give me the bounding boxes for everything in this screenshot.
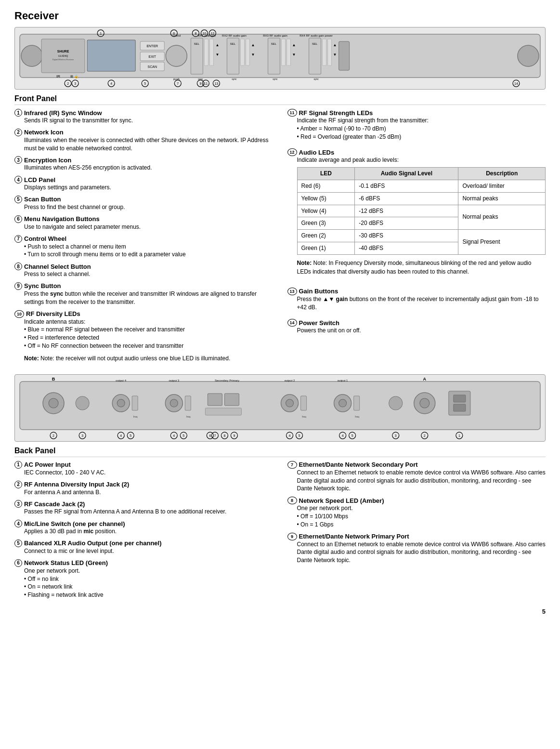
svg-point-102 bbox=[286, 399, 294, 407]
back-item-3: 3 RF Cascade Jack (2) Passes the RF sign… bbox=[14, 500, 273, 516]
svg-text:14: 14 bbox=[514, 82, 518, 85]
back-panel-left-col: 1 AC Power Input IEC Connector, 100 - 24… bbox=[14, 461, 273, 603]
item-9-body: Press the sync button while the receiver… bbox=[24, 290, 273, 306]
front-item-10: 10 RF Diversity LEDs Indicate antenna st… bbox=[14, 310, 273, 363]
front-item-11: 11 RF Signal Strength LEDs Indicate the … bbox=[287, 109, 546, 141]
svg-text:▲: ▲ bbox=[251, 43, 255, 47]
table-row: Yellow (4)-12 dBFSNormal peaks bbox=[297, 205, 546, 217]
svg-rect-23 bbox=[204, 39, 208, 66]
item-6-body: Use to navigate and select parameter men… bbox=[24, 223, 273, 231]
svg-text:output 3: output 3 bbox=[169, 379, 179, 382]
svg-text:▼: ▼ bbox=[333, 53, 337, 57]
table-cell-level: -6 dBFS bbox=[355, 192, 458, 205]
num-11: 11 bbox=[287, 109, 297, 117]
svg-text:EXIT: EXIT bbox=[148, 55, 156, 58]
svg-rect-31 bbox=[240, 39, 244, 66]
table-cell-desc: Normal peaks bbox=[458, 192, 546, 205]
svg-rect-98 bbox=[224, 394, 239, 406]
svg-text:▼: ▼ bbox=[251, 53, 255, 57]
svg-text:B: B bbox=[52, 377, 55, 381]
bp-num-3: 3 bbox=[14, 500, 22, 508]
item-13-body: Press the ▲▼ gain buttons on the front o… bbox=[297, 295, 546, 312]
table-header-level: Audio Signal Level bbox=[355, 168, 458, 180]
svg-rect-47 bbox=[323, 39, 326, 66]
svg-text:▼: ▼ bbox=[292, 53, 296, 57]
table-cell-led: Red (6) bbox=[297, 180, 355, 192]
front-item-4: 4 LCD Panel Displays settings and parame… bbox=[14, 176, 273, 192]
item-12-title: Audio LEDs bbox=[299, 149, 335, 156]
svg-text:7: 7 bbox=[177, 82, 179, 85]
bp-num-5: 5 bbox=[14, 539, 22, 547]
item-7-bullet-1: Push to select a channel or menu item bbox=[24, 243, 273, 251]
item-4-title: LCD Panel bbox=[24, 176, 55, 184]
svg-rect-9 bbox=[87, 40, 135, 71]
num-6: 6 bbox=[14, 215, 22, 223]
svg-text:8: 8 bbox=[223, 434, 225, 437]
svg-text:5: 5 bbox=[299, 434, 300, 437]
bp-num-2: 2 bbox=[14, 481, 22, 488]
svg-text:▲: ▲ bbox=[333, 43, 337, 47]
item-3-body: Illuminates when AES-256 encryption is a… bbox=[24, 164, 273, 172]
bp-item-6-bullet-3: Flashing = network link active bbox=[24, 591, 273, 599]
svg-rect-40 bbox=[287, 39, 291, 66]
bp-num-1: 1 bbox=[14, 461, 22, 469]
item-10-title: RF Diversity LEDs bbox=[26, 310, 80, 317]
num-10: 10 bbox=[14, 310, 24, 318]
svg-text:3: 3 bbox=[395, 434, 397, 437]
item-10-body: Indicate antenna status: Blue = normal R… bbox=[24, 318, 273, 363]
svg-text:Digital Wireless Receiver: Digital Wireless Receiver bbox=[52, 58, 74, 61]
svg-text:9: 9 bbox=[199, 82, 201, 85]
svg-text:A: A bbox=[423, 377, 427, 381]
svg-point-18 bbox=[166, 45, 187, 66]
num-8: 8 bbox=[14, 263, 22, 270]
svg-text:sync: sync bbox=[273, 78, 278, 80]
bp-item-6-title: Network Status LED (Green) bbox=[24, 559, 108, 566]
front-panel-diagram: SHURE ULXD4Q Digital Wireless Receiver I… bbox=[14, 27, 546, 90]
svg-text:4: 4 bbox=[110, 82, 112, 85]
item-10-bullet-1: Blue = normal RF signal between the rece… bbox=[24, 326, 273, 334]
item-11-bullet-1: Amber = Normal (-90 to -70 dBm) bbox=[297, 125, 546, 133]
svg-point-83 bbox=[49, 398, 58, 408]
svg-text:sync: sync bbox=[313, 78, 319, 80]
table-cell-led: Green (3) bbox=[297, 217, 355, 230]
svg-text:3: 3 bbox=[81, 434, 83, 437]
item-11-body: Indicate the RF signal strength from the… bbox=[297, 117, 546, 141]
bp-num-6: 6 bbox=[14, 559, 22, 567]
table-cell-led: Yellow (4) bbox=[297, 205, 355, 217]
svg-text:9: 9 bbox=[233, 434, 235, 437]
bp-item-8-bullet-2: On = 1 Gbps bbox=[297, 521, 546, 529]
svg-text:SEL: SEL bbox=[271, 42, 277, 45]
item-7-body: Push to select a channel or menu item Tu… bbox=[24, 243, 273, 259]
svg-text:2: 2 bbox=[52, 434, 54, 437]
svg-text:12: 12 bbox=[210, 32, 214, 35]
bp-item-5-title: Balanced XLR Audio Output (one per chann… bbox=[24, 539, 162, 547]
item-14-body: Powers the unit on or off. bbox=[297, 327, 546, 335]
svg-rect-108 bbox=[354, 396, 360, 410]
bp-item-6-bullet-2: On = network link bbox=[24, 583, 273, 591]
bp-item-4-body: Applies a 30 dB pad in mic position. bbox=[24, 527, 273, 536]
front-panel-right-col: 11 RF Signal Strength LEDs Indicate the … bbox=[287, 109, 546, 367]
front-item-3: 3 Encryption Icon Illuminates when AES-2… bbox=[14, 156, 273, 172]
bp-item-6-body: One per network port. Off = no link On =… bbox=[24, 567, 273, 599]
back-item-8: 8 Network Speed LED (Amber) One per netw… bbox=[287, 497, 546, 528]
svg-text:2: 2 bbox=[424, 434, 426, 437]
svg-text:4: 4 bbox=[173, 434, 175, 437]
item-3-title: Encryption Icon bbox=[24, 157, 71, 164]
svg-text:4: 4 bbox=[289, 434, 291, 437]
num-14: 14 bbox=[287, 319, 297, 327]
item-5-body: Press to find the best channel or group. bbox=[24, 203, 273, 211]
svg-text:▲: ▲ bbox=[292, 43, 296, 47]
item-6-title: Menu Navigation Buttons bbox=[24, 215, 100, 223]
svg-text:5: 5 bbox=[144, 82, 146, 85]
back-panel-title: Back Panel bbox=[14, 447, 546, 457]
num-5: 5 bbox=[14, 196, 22, 203]
item-8-title: Channel Select Button bbox=[24, 263, 91, 270]
item-12-body: Indicate average and peak audio levels: … bbox=[297, 156, 546, 276]
num-2: 2 bbox=[14, 129, 22, 136]
table-cell-level: -0.1 dBFS bbox=[355, 180, 458, 192]
front-panel-columns: 1 Infrared (IR) Sync Window Sends IR sig… bbox=[14, 109, 546, 367]
table-cell-desc: Normal peaks bbox=[458, 205, 546, 230]
svg-text:8: 8 bbox=[195, 32, 196, 35]
bp-item-3-title: RF Cascade Jack (2) bbox=[24, 500, 85, 508]
bp-item-7-title: Ethernet/Dante Network Secondary Port bbox=[299, 461, 418, 468]
